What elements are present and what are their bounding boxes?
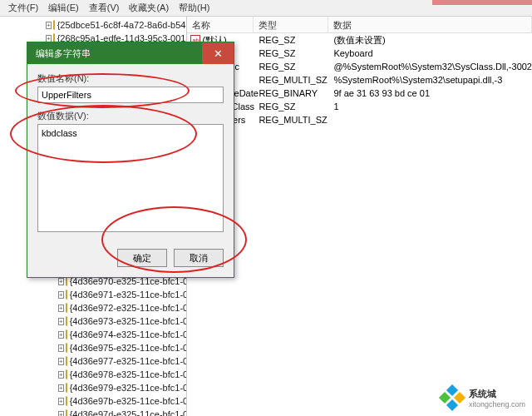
tree-item[interactable]: +{4d36e977-e325-11ce-bfc1-08002be10318} xyxy=(0,354,186,368)
expand-icon[interactable]: + xyxy=(58,291,64,299)
value-list[interactable]: 名称 类型 数据 ab(默认)REG_SZ(数值未设置)ablassREG_SZ… xyxy=(187,17,532,416)
value-type: REG_SZ xyxy=(254,35,328,45)
edit-multistring-dialog: 编辑多字符串 ✕ 数值名称(N): 数值数据(V): kbdclass 确定 取… xyxy=(27,42,234,278)
tree-item[interactable]: +{4d36e974-e325-11ce-bfc1-08002be10318} xyxy=(0,328,186,341)
tree-item[interactable]: +{4d36e973-e325-11ce-bfc1-08002be10318} xyxy=(0,314,186,328)
folder-icon xyxy=(66,396,67,406)
folder-icon xyxy=(66,356,67,366)
folder-icon xyxy=(66,290,67,300)
value-type: REG_MULTI_SZ xyxy=(254,115,328,125)
cancel-button[interactable]: 取消 xyxy=(174,249,224,267)
menu-help[interactable]: 帮助(H) xyxy=(174,0,214,16)
menu-view[interactable]: 查看(V) xyxy=(84,0,125,16)
tree-item[interactable]: +{25dbce51-6c8f-4a72-8a6d-b54c2b4fc835} xyxy=(0,18,186,32)
folder-icon xyxy=(53,20,55,30)
value-data: %SystemRoot%\System32\setupapi.dll,-3 xyxy=(328,75,532,85)
dialog-titlebar[interactable]: 编辑多字符串 ✕ xyxy=(27,42,234,64)
folder-icon xyxy=(66,409,67,416)
folder-icon xyxy=(66,343,67,353)
value-data: 9f ae 31 63 93 bd ce 01 xyxy=(328,88,532,98)
watermark-brand: 系统城 xyxy=(469,389,496,399)
folder-icon xyxy=(66,329,67,339)
window-title-partial xyxy=(432,0,532,5)
tree-item[interactable]: +{4d36e971-e325-11ce-bfc1-08002be10318} xyxy=(0,288,186,301)
value-data-label: 数值数据(V): xyxy=(37,110,224,122)
value-type: REG_MULTI_SZ xyxy=(254,75,328,85)
col-name[interactable]: 名称 xyxy=(187,17,254,32)
value-type: REG_BINARY xyxy=(254,88,328,98)
watermark-icon xyxy=(441,386,464,409)
value-data: Keyboard xyxy=(328,48,532,58)
watermark-url: xitongcheng.com xyxy=(469,400,525,409)
folder-icon xyxy=(66,369,67,379)
tree-item[interactable]: +{4d36e97d-e325-11ce-bfc1-08002be10318} xyxy=(0,408,186,416)
folder-icon xyxy=(66,316,67,326)
expand-icon[interactable]: + xyxy=(58,371,64,379)
value-name-input[interactable] xyxy=(37,87,224,103)
menu-fav[interactable]: 收藏夹(A) xyxy=(124,0,174,16)
folder-icon xyxy=(66,303,67,313)
value-type: REG_SZ xyxy=(254,102,328,111)
list-row[interactable]: abpperFiltersREG_MULTI_SZ xyxy=(187,113,532,126)
expand-icon[interactable]: + xyxy=(58,305,64,312)
list-row[interactable]: ablassDescREG_SZ@%SystemRoot%\System32\S… xyxy=(187,60,532,73)
list-row[interactable]: ablassREG_SZKeyboard xyxy=(187,47,532,60)
expand-icon[interactable]: + xyxy=(58,278,64,285)
tree-item[interactable]: +{4d36e978-e325-11ce-bfc1-08002be10318} xyxy=(0,368,186,381)
dialog-title-text: 编辑多字符串 xyxy=(36,47,91,60)
menu-edit[interactable]: 编辑(E) xyxy=(43,0,84,16)
expand-icon[interactable]: + xyxy=(58,358,64,365)
tree-item[interactable]: +{4d36e979-e325-11ce-bfc1-08002be10318} xyxy=(0,381,186,394)
expand-icon[interactable]: + xyxy=(46,22,52,29)
menu-file[interactable]: 文件(F) xyxy=(3,0,43,16)
list-row[interactable]: ab(默认)REG_SZ(数值未设置) xyxy=(187,33,532,47)
tree-item[interactable]: +{4d36e975-e325-11ce-bfc1-08002be10318} xyxy=(0,341,186,354)
expand-icon[interactable]: + xyxy=(58,331,64,339)
tree-item[interactable]: +{4d36e97b-e325-11ce-bfc1-08002be10318} xyxy=(0,394,186,408)
value-name-label: 数值名称(N): xyxy=(37,72,224,85)
value-data: @%SystemRoot%\System32\SysClass.Dll,-300… xyxy=(328,62,532,72)
tree-item[interactable]: +{4d36e972-e325-11ce-bfc1-08002be10318} xyxy=(0,301,186,314)
value-data: 1 xyxy=(328,102,532,111)
col-data[interactable]: 数据 xyxy=(328,17,532,32)
expand-icon[interactable]: + xyxy=(58,318,64,325)
expand-icon[interactable]: + xyxy=(58,384,64,392)
col-type[interactable]: 类型 xyxy=(254,17,328,32)
list-row[interactable]: 01astDeleteDateREG_BINARY9f ae 31 63 93 … xyxy=(187,87,532,100)
folder-icon xyxy=(66,383,67,393)
expand-icon[interactable]: + xyxy=(58,411,64,417)
list-row[interactable]: abloInstallClassREG_SZ1 xyxy=(187,100,532,113)
list-header: 名称 类型 数据 xyxy=(187,17,532,33)
close-icon[interactable]: ✕ xyxy=(202,42,234,64)
expand-icon[interactable]: + xyxy=(58,344,64,352)
watermark: 系统城 xitongcheng.com xyxy=(441,386,525,409)
value-type: REG_SZ xyxy=(254,48,328,58)
expand-icon[interactable]: + xyxy=(58,398,64,405)
ok-button[interactable]: 确定 xyxy=(117,249,167,267)
value-data-textarea[interactable]: kbdclass xyxy=(37,124,224,232)
value-data: (数值未设置) xyxy=(328,34,532,47)
list-row[interactable]: abonPathREG_MULTI_SZ%SystemRoot%\System3… xyxy=(187,73,532,87)
value-type: REG_SZ xyxy=(254,62,328,72)
